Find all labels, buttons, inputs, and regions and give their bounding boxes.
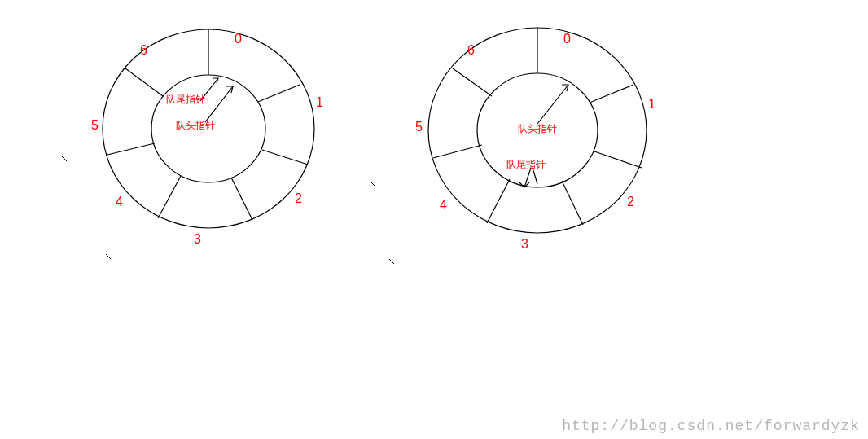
tail-arrow-extra: [533, 168, 537, 184]
slot-label-2: 2: [627, 195, 634, 209]
spoke: [158, 176, 181, 218]
spoke: [231, 178, 252, 220]
spoke: [590, 85, 633, 103]
ring-queue-left-svg: [0, 0, 342, 269]
slot-label-0: 0: [563, 33, 571, 46]
slot-label-5: 5: [91, 119, 99, 132]
spoke: [453, 68, 492, 96]
head-arrow-shaft: [205, 86, 233, 122]
slot-label-6: 6: [467, 44, 475, 57]
tail-pointer-label: 队尾指针: [506, 160, 546, 169]
ring-queue-right-svg: [326, 0, 684, 277]
spoke: [562, 181, 583, 225]
slot-label-1: 1: [316, 96, 323, 109]
spoke: [107, 143, 155, 155]
ring-queue-left: 0 1 2 3 4 5 6 队尾指针 队头指针: [0, 0, 342, 272]
spoke: [594, 151, 642, 168]
ring-queue-right: 0 1 2 3 4 5 6 队头指针 队尾指针: [326, 0, 684, 280]
slot-label-1: 1: [648, 98, 655, 111]
slot-label-0: 0: [235, 33, 242, 46]
spoke: [487, 179, 510, 223]
tail-pointer-label: 队尾指针: [166, 94, 205, 104]
head-pointer-label: 队头指针: [176, 121, 215, 130]
slot-label-4: 4: [440, 199, 447, 212]
head-pointer-label: 队头指针: [518, 124, 557, 134]
slot-label-3: 3: [194, 233, 201, 246]
slot-label-2: 2: [295, 192, 302, 205]
slot-label-6: 6: [140, 44, 147, 57]
spoke: [262, 150, 308, 165]
head-arrow-shaft: [537, 85, 568, 124]
watermark: http://blog.csdn.net/forwardyzk: [562, 418, 860, 434]
spoke: [258, 85, 300, 102]
slot-label-4: 4: [116, 195, 123, 209]
stage: 0 1 2 3 4 5 6 队尾指针 队头指针: [0, 0, 868, 439]
slot-label-3: 3: [521, 238, 528, 251]
spoke: [125, 68, 163, 96]
slot-label-5: 5: [415, 121, 423, 134]
spoke: [433, 145, 482, 158]
